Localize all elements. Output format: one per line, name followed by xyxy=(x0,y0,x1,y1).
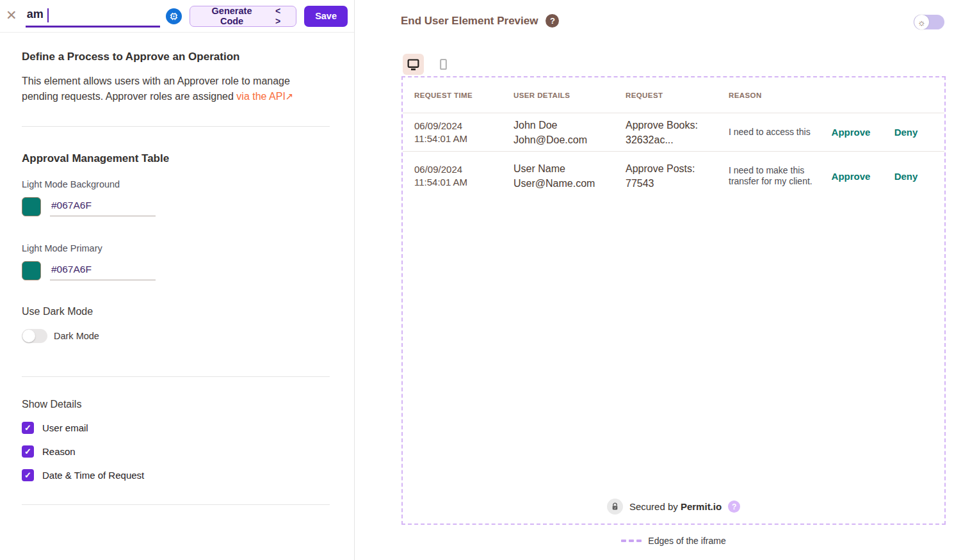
editor-topbar: ✕ Generate Code < > Save xyxy=(0,0,354,33)
preview-theme-toggle[interactable]: ☼ xyxy=(914,15,944,29)
dark-mode-toggle-label: Dark Mode xyxy=(54,331,99,341)
lock-icon xyxy=(607,499,623,515)
external-link-icon: ↗ xyxy=(286,91,294,102)
deny-button[interactable]: Deny xyxy=(877,171,935,182)
help-icon[interactable]: ? xyxy=(728,500,740,513)
request-time-cell: 06/09/202411:54:01 AM xyxy=(414,120,513,145)
dark-mode-toggle-row: Dark Mode xyxy=(22,329,330,343)
element-name-input[interactable] xyxy=(26,5,160,28)
checkbox-row-reason[interactable]: ✓ Reason xyxy=(22,445,330,458)
checkbox-label: Date & Time of Request xyxy=(42,470,144,481)
light-mode-primary-label: Light Mode Primary xyxy=(22,243,330,253)
preview-title: End User Element Preview xyxy=(401,15,538,28)
light-mode-background-field xyxy=(22,197,330,216)
divider xyxy=(22,376,330,377)
toggle-thumb xyxy=(22,330,35,342)
use-dark-mode-label: Use Dark Mode xyxy=(22,306,330,317)
checkbox-checked[interactable]: ✓ xyxy=(22,469,34,481)
light-mode-background-input[interactable] xyxy=(50,200,156,216)
checkbox-label: Reason xyxy=(42,446,76,457)
iframe-legend: Edges of the iframe xyxy=(401,536,946,546)
preview-iframe: REQUEST TIME USER DETAILS REQUEST REASON… xyxy=(401,76,946,525)
help-icon[interactable]: ? xyxy=(546,14,559,28)
request-cell: Approve Books:32632ac... xyxy=(626,118,729,147)
deny-button[interactable]: Deny xyxy=(877,127,935,138)
element-editor-panel: ✕ Generate Code < > Save Define a Proces… xyxy=(0,0,355,560)
user-details-cell: User NameUser@Name.com xyxy=(513,161,626,191)
about-description: This element allows users with an Approv… xyxy=(22,74,329,104)
editor-body: Define a Process to Approve an Operation… xyxy=(0,51,354,505)
divider xyxy=(22,504,330,505)
preview-header: End User Element Preview ? xyxy=(401,14,559,28)
light-mode-background-label: Light Mode Background xyxy=(22,179,330,189)
device-switcher xyxy=(403,54,454,75)
reason-cell: I need to access this xyxy=(729,127,825,138)
request-cell: Approve Posts:77543 xyxy=(626,161,729,191)
checkbox-label: User email xyxy=(42,422,88,433)
save-button[interactable]: Save xyxy=(304,6,348,27)
reason-cell: I need to make this transfer for my clie… xyxy=(729,165,825,187)
generate-code-button[interactable]: Generate Code < > xyxy=(190,6,296,27)
approve-button[interactable]: Approve xyxy=(825,127,877,138)
preview-panel: End User Element Preview ? ☼ REQUEST TIM… xyxy=(355,0,954,560)
dashes-icon xyxy=(621,540,642,542)
column-header: USER DETAILS xyxy=(513,92,626,99)
settings-title: Approval Management Table xyxy=(22,152,330,165)
secured-by-text: Secured by Permit.io xyxy=(629,501,722,512)
check-icon: ✓ xyxy=(24,447,31,456)
checkbox-checked[interactable]: ✓ xyxy=(22,445,34,458)
mobile-view-button[interactable] xyxy=(433,54,454,75)
embed-chip-icon[interactable] xyxy=(166,8,182,24)
checkbox-checked[interactable]: ✓ xyxy=(22,422,34,434)
close-icon[interactable]: ✕ xyxy=(4,8,19,24)
check-icon: ✓ xyxy=(24,470,31,480)
light-mode-primary-input[interactable] xyxy=(50,264,156,280)
column-header: REQUEST xyxy=(626,92,729,99)
table-row: 06/09/202411:54:01 AM User NameUser@Name… xyxy=(403,152,944,200)
permit-brand: Permit.io xyxy=(681,501,722,512)
approval-table: REQUEST TIME USER DETAILS REQUEST REASON… xyxy=(403,77,944,200)
color-swatch[interactable] xyxy=(22,197,41,216)
checkbox-row-date-time[interactable]: ✓ Date & Time of Request xyxy=(22,469,330,481)
check-icon: ✓ xyxy=(24,423,31,433)
code-brackets-icon: < > xyxy=(270,6,287,26)
table-header-row: REQUEST TIME USER DETAILS REQUEST REASON xyxy=(403,77,944,113)
element-name-field xyxy=(26,5,160,28)
color-swatch[interactable] xyxy=(22,261,41,280)
checkbox-row-user-email[interactable]: ✓ User email xyxy=(22,422,330,434)
dark-mode-toggle[interactable] xyxy=(22,329,47,343)
request-time-cell: 06/09/202411:54:01 AM xyxy=(414,163,513,189)
smartphone-icon xyxy=(437,58,449,71)
table-row: 06/09/202411:54:01 AM John DoeJohn@Doe.c… xyxy=(403,113,944,152)
iframe-legend-text: Edges of the iframe xyxy=(648,536,725,546)
show-details-label: Show Details xyxy=(22,399,330,410)
user-details-cell: John DoeJohn@Doe.com xyxy=(513,118,626,147)
desktop-view-button[interactable] xyxy=(403,54,424,75)
column-header: REASON xyxy=(729,92,825,99)
monitor-icon xyxy=(407,58,420,71)
divider xyxy=(22,126,330,127)
approve-button[interactable]: Approve xyxy=(825,171,877,182)
generate-code-label: Generate Code xyxy=(199,6,264,26)
sun-icon: ☼ xyxy=(918,18,926,27)
toggle-thumb: ☼ xyxy=(914,15,929,29)
secured-by-footer: Secured by Permit.io ? xyxy=(403,499,944,515)
about-title: Define a Process to Approve an Operation xyxy=(22,51,330,63)
light-mode-primary-field xyxy=(22,261,330,280)
text-caret xyxy=(47,8,49,22)
column-header: REQUEST TIME xyxy=(414,92,513,99)
via-the-api-link[interactable]: via the API↗ xyxy=(236,91,293,102)
